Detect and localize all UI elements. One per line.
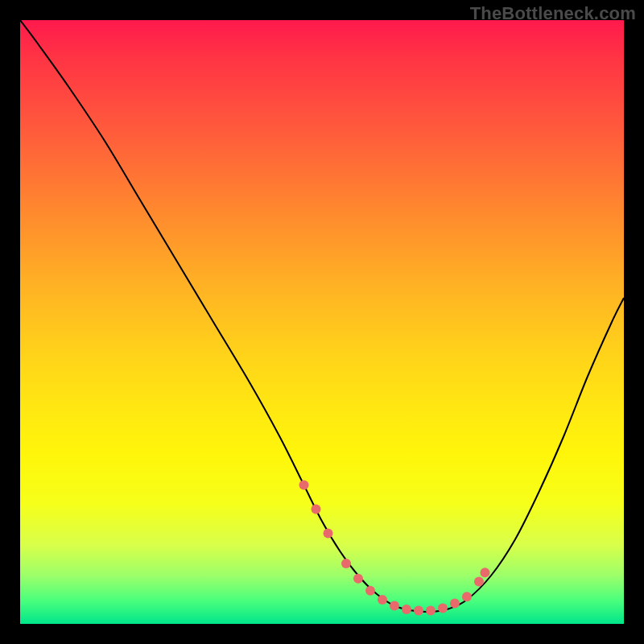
curve-line	[20, 20, 624, 612]
bottleneck-curve-plot	[20, 20, 624, 624]
data-point	[365, 586, 375, 596]
data-point	[438, 604, 448, 613]
watermark-text: TheBottleneck.com	[470, 3, 636, 24]
data-point	[324, 529, 333, 539]
chart-area	[20, 20, 624, 624]
data-point	[426, 606, 436, 616]
data-point	[378, 595, 387, 605]
data-point	[462, 592, 472, 601]
data-point	[341, 559, 351, 568]
data-point	[299, 481, 309, 490]
data-point	[481, 568, 490, 577]
data-point	[390, 601, 399, 611]
curve-markers	[299, 481, 490, 616]
data-point	[353, 574, 363, 584]
data-point	[312, 505, 321, 514]
data-point	[414, 606, 423, 616]
data-point	[402, 605, 411, 614]
data-point	[474, 577, 484, 587]
data-point	[450, 599, 460, 609]
